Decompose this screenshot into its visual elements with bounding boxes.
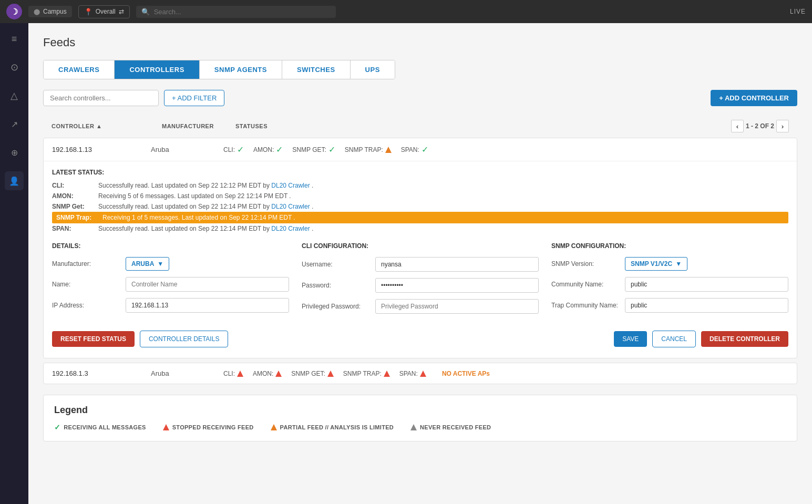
check-icon-amon: ✓: [276, 145, 283, 155]
status-row-amon-text: Receiving 5 of 6 messages. Last updated …: [98, 192, 291, 200]
add-filter-button[interactable]: + ADD FILTER: [164, 90, 224, 106]
status-cli-2: CLI:: [223, 370, 243, 377]
save-button[interactable]: SAVE: [614, 331, 647, 347]
status-row-snmptrap: SNMP Trap: Receiving 1 of 5 messages. La…: [52, 212, 788, 223]
delete-controller-button[interactable]: DELETE CONTROLLER: [701, 331, 788, 347]
controller-ip-2: 192.168.1.3: [52, 369, 147, 377]
crawler-link-snmpget[interactable]: DL20 Crawler: [271, 203, 310, 210]
prev-page-button[interactable]: ‹: [731, 120, 744, 132]
tab-controllers[interactable]: CONTROLLERS: [115, 60, 199, 79]
controller-status-indicators-1: CLI: ✓ AMON: ✓ SNMP GET: ✓ SNMP TRAP:: [223, 145, 788, 155]
snmp-version-dropdown[interactable]: SNMP V1/V2C ▼: [625, 257, 687, 271]
password-input[interactable]: [375, 278, 539, 293]
controller-row-2[interactable]: 192.168.1.3 Aruba CLI: AMON: SNMP GET:: [44, 363, 797, 384]
controller-name-input[interactable]: [126, 277, 289, 292]
error-tri-span: [420, 371, 426, 377]
privileged-password-input[interactable]: [375, 299, 539, 314]
live-badge: LIVE: [790, 8, 806, 15]
snmp-version-value: SNMP V1/V2C: [631, 260, 672, 268]
trap-community-field: Trap Community Name:: [551, 298, 788, 313]
details-grid: DETAILS: Manufacturer: ARUBA ▼ Name:: [52, 242, 788, 320]
controller-row-1[interactable]: 192.168.1.13 Aruba CLI: ✓ AMON: ✓ SNMP G…: [44, 138, 797, 161]
controller-details-button[interactable]: CONTROLLER DETAILS: [140, 331, 228, 347]
main-content: Feeds CRAWLERS CONTROLLERS SNMP AGENTS S…: [28, 23, 812, 504]
sidebar-icon-chart[interactable]: ↗: [5, 115, 24, 133]
campus-label: Campus: [43, 8, 67, 15]
pagination-info: 1 - 2 OF 2: [746, 122, 774, 130]
community-name-input[interactable]: [625, 277, 788, 292]
status-amon-label: AMON:: [253, 146, 274, 153]
status-row-cli-label: CLI:: [52, 182, 94, 189]
sidebar-icon-compass[interactable]: ⊕: [5, 143, 24, 162]
community-name-label: Community Name:: [551, 281, 620, 288]
status-cli-label: CLI:: [223, 146, 235, 153]
top-nav: ☽ ⬤ Campus 📍 Overall ⇄ 🔍 Search... LIVE: [0, 0, 812, 23]
status-snmptrap-2: SNMP TRAP:: [343, 370, 390, 377]
status-cli: CLI: ✓: [223, 145, 244, 155]
status-cli-2-label: CLI:: [223, 370, 235, 377]
status-span-2-label: SPAN:: [399, 370, 418, 377]
ip-label: IP Address:: [52, 302, 120, 309]
legend-item-partial: PARTIAL FEED // ANALYSIS IS LIMITED: [271, 423, 394, 431]
error-tri-amon: [275, 371, 282, 377]
username-input[interactable]: [375, 257, 539, 272]
password-label: Password:: [302, 282, 370, 289]
next-page-button[interactable]: ›: [776, 120, 789, 132]
privileged-password-label: Privileged Password:: [302, 303, 370, 310]
controllers-toolbar: + ADD FILTER + ADD CONTROLLER: [43, 90, 797, 106]
tab-switches[interactable]: SWITCHES: [282, 60, 351, 79]
overall-button[interactable]: 📍 Overall ⇄: [78, 5, 130, 18]
trap-community-input[interactable]: [625, 298, 788, 313]
manufacturer-dropdown[interactable]: ARUBA ▼: [126, 257, 169, 271]
legend-item-receiving: ✓ RECEIVING ALL MESSAGES: [54, 423, 146, 431]
manufacturer-field: Manufacturer: ARUBA ▼: [52, 257, 289, 271]
status-row-span-label: SPAN:: [52, 225, 94, 232]
chevron-down-icon-snmp: ▼: [675, 260, 682, 268]
campus-button[interactable]: ⬤ Campus: [28, 6, 72, 17]
global-search[interactable]: 🔍 Search...: [136, 6, 336, 18]
app-logo[interactable]: ☽: [6, 4, 22, 19]
community-name-field: Community Name:: [551, 277, 788, 292]
status-snmptrap-2-label: SNMP TRAP:: [343, 370, 382, 377]
cancel-button[interactable]: CANCEL: [652, 331, 696, 347]
tab-crawlers[interactable]: CRAWLERS: [44, 60, 115, 79]
tab-snmp-agents[interactable]: SNMP AGENTS: [200, 60, 282, 79]
tab-ups[interactable]: UPS: [351, 60, 395, 79]
check-icon: ✓: [237, 145, 244, 155]
legend-item-stopped: STOPPED RECEIVING FEED: [163, 423, 254, 431]
page-title: Feeds: [43, 36, 797, 49]
controller-card-2: 192.168.1.3 Aruba CLI: AMON: SNMP GET:: [43, 363, 797, 384]
main-layout: ≡ ⊙ △ ↗ ⊕ 👤 Feeds CRAWLERS CONTROLLERS S…: [0, 23, 812, 504]
status-row-snmpget-label: SNMP Get:: [52, 203, 94, 210]
status-amon: AMON: ✓: [253, 145, 283, 155]
privileged-password-field: Privileged Password:: [302, 299, 539, 314]
status-snmptrap-label: SNMP TRAP:: [345, 146, 383, 153]
crawler-link-span[interactable]: DL20 Crawler: [271, 225, 310, 232]
username-field: Username:: [302, 257, 539, 272]
reset-feed-status-button[interactable]: RESET FEED STATUS: [52, 331, 135, 347]
status-row-snmpget: SNMP Get: Successfully read. Last update…: [52, 201, 788, 212]
add-controller-button[interactable]: + ADD CONTROLLER: [711, 90, 797, 106]
details-section: DETAILS: Manufacturer: ARUBA ▼ Name:: [52, 242, 289, 320]
feed-tabs: CRAWLERS CONTROLLERS SNMP AGENTS SWITCHE…: [43, 60, 395, 79]
sidebar-icon-menu[interactable]: ≡: [5, 29, 24, 48]
details-title: DETAILS:: [52, 242, 289, 250]
username-label: Username:: [302, 261, 370, 268]
status-row-amon: AMON: Receiving 5 of 6 messages. Last up…: [52, 191, 788, 201]
search-controllers-input[interactable]: [43, 90, 159, 106]
ip-address-input[interactable]: [126, 298, 289, 313]
header-controller: CONTROLLER ▲: [52, 123, 162, 129]
status-row-cli-text: Successfully read. Last updated on Sep 2…: [98, 182, 313, 189]
status-row-span-text: Successfully read. Last updated on Sep 2…: [98, 225, 313, 232]
sidebar-icon-user[interactable]: 👤: [5, 171, 24, 190]
status-snmpget-2-label: SNMP GET:: [291, 370, 325, 377]
crawler-link-cli[interactable]: DL20 Crawler: [271, 182, 310, 189]
status-amon-2: AMON:: [253, 370, 282, 377]
status-row-span: SPAN: Successfully read. Last updated on…: [52, 223, 788, 234]
sidebar-icon-monitor[interactable]: ⊙: [5, 58, 24, 77]
search-placeholder: Search...: [154, 8, 181, 16]
sidebar-icon-alert[interactable]: △: [5, 86, 24, 105]
legend-item-never: NEVER RECEIVED FEED: [410, 423, 491, 431]
name-field: Name:: [52, 277, 289, 292]
status-span-label: SPAN:: [401, 146, 419, 153]
